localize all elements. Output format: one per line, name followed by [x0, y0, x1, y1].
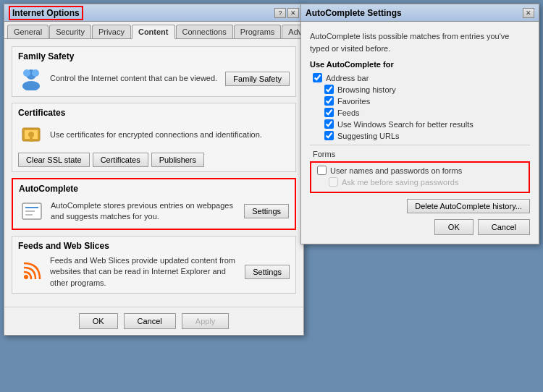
family-safety-text: Control the Internet content that can be…: [50, 73, 219, 84]
clear-ssl-button[interactable]: Clear SSL state: [18, 153, 90, 167]
ac-address-bar-checkbox[interactable]: [313, 73, 322, 82]
feeds-row: Feeds and Web Slices provide updated con…: [18, 255, 290, 289]
ac-cancel-button[interactable]: Cancel: [478, 219, 530, 235]
ac-favorites-item: Favorites: [310, 96, 530, 106]
feeds-text: Feeds and Web Slices provide updated con…: [50, 255, 239, 289]
tab-security[interactable]: Security: [49, 25, 91, 38]
family-safety-title: Family Safety: [18, 51, 290, 61]
ac-address-bar-label: Address bar: [326, 74, 369, 82]
ac-browsing-history-label: Browsing history: [337, 85, 396, 94]
ac-browsing-history-checkbox[interactable]: [324, 85, 334, 94]
svg-rect-7: [30, 137, 33, 142]
autocomplete-settings-button[interactable]: Settings: [244, 204, 289, 218]
ac-favorites-label: Favorites: [337, 97, 370, 106]
ok-button[interactable]: OK: [79, 313, 118, 329]
feeds-settings-button[interactable]: Settings: [245, 265, 290, 279]
svg-point-3: [32, 69, 39, 77]
apply-button[interactable]: Apply: [182, 313, 230, 329]
ac-askme-checkbox[interactable]: [329, 177, 338, 187]
ac-forms-label: Forms: [313, 150, 335, 158]
autocomplete-section: AutoComplete AutoComplete stores previou…: [12, 178, 296, 230]
ac-ok-button[interactable]: OK: [434, 219, 473, 235]
ac-usernames-label: User names and passwords on forms: [330, 166, 462, 175]
svg-point-1: [22, 81, 40, 90]
titlebar-buttons: ? ✕: [274, 8, 299, 18]
feeds-title: Feeds and Web Slices: [18, 241, 290, 251]
internet-options-footer: OK Cancel Apply: [4, 307, 303, 335]
internet-options-titlebar: Internet Options ? ✕: [4, 4, 303, 22]
internet-options-window: Internet Options ? ✕ General Security Pr…: [4, 4, 304, 336]
close-btn[interactable]: ✕: [287, 8, 299, 18]
tab-programs[interactable]: Programs: [234, 25, 282, 38]
family-safety-section: Family Safety Control the Internet conte…: [12, 46, 296, 97]
ac-feeds-item: Feeds: [310, 108, 530, 117]
ac-suggesting-urls-label: Suggesting URLs: [337, 132, 400, 140]
cert-buttons-row: Clear SSL state Certificates Publishers: [18, 153, 290, 167]
ac-windows-search-label: Use Windows Search for better results: [337, 120, 473, 129]
ac-close-btn[interactable]: ✕: [523, 8, 534, 18]
certificates-button[interactable]: Certificates: [93, 153, 148, 167]
ac-windows-search-item: Use Windows Search for better results: [310, 119, 530, 129]
ac-titlebar: AutoComplete Settings ✕: [301, 4, 539, 22]
svg-point-2: [23, 69, 30, 77]
ac-footer: OK Cancel: [310, 219, 530, 235]
feeds-section: Feeds and Web Slices Feeds and Web Slice…: [12, 236, 296, 294]
autocomplete-icon: [19, 198, 45, 224]
family-safety-row: Control the Internet content that can be…: [18, 66, 290, 92]
family-safety-button[interactable]: Family Safety: [225, 72, 290, 86]
autocomplete-text: AutoComplete stores previous entries on …: [51, 200, 238, 223]
delete-ac-history-button[interactable]: Delete AutoComplete history...: [407, 199, 530, 213]
ac-highlighted-section: User names and passwords on forms Ask me…: [310, 161, 530, 193]
ac-askme-label: Ask me before saving passwords: [342, 178, 458, 187]
certificates-icon: [18, 122, 44, 148]
ac-usernames-item: User names and passwords on forms: [314, 166, 526, 175]
ac-title: AutoComplete Settings: [306, 8, 402, 18]
ac-windows-search-checkbox[interactable]: [324, 119, 334, 129]
ac-forms-item: Forms: [310, 150, 530, 158]
ac-address-bar-item: Address bar: [310, 73, 530, 82]
ac-header-line1: AutoComplete lists possible matches from…: [310, 30, 530, 54]
svg-point-12: [24, 275, 28, 279]
tab-content[interactable]: Content: [132, 25, 175, 39]
tab-connections[interactable]: Connections: [176, 25, 233, 38]
ac-browsing-history-item: Browsing history: [310, 85, 530, 94]
publishers-button[interactable]: Publishers: [151, 153, 204, 167]
ac-titlebar-buttons: ✕: [523, 8, 534, 18]
ac-use-for-label: Use AutoComplete for: [310, 60, 530, 69]
ac-askme-item: Ask me before saving passwords: [314, 177, 526, 187]
autocomplete-title: AutoComplete: [19, 184, 289, 194]
ac-usernames-checkbox[interactable]: [317, 166, 327, 175]
ac-content: AutoComplete lists possible matches from…: [301, 22, 539, 244]
ac-suggesting-urls-checkbox[interactable]: [324, 131, 334, 140]
tab-privacy[interactable]: Privacy: [92, 25, 131, 38]
ac-suggesting-urls-item: Suggesting URLs: [310, 131, 530, 140]
ac-feeds-label: Feeds: [337, 108, 360, 117]
internet-options-title: Internet Options: [9, 6, 83, 20]
certificates-title: Certificates: [18, 108, 290, 118]
help-btn[interactable]: ?: [274, 8, 286, 18]
certificates-text: Use certificates for encrypted connectio…: [50, 129, 290, 140]
tab-general[interactable]: General: [7, 25, 49, 38]
tab-bar: General Security Privacy Content Connect…: [4, 22, 303, 39]
content-tab-panel: Family Safety Control the Internet conte…: [4, 39, 303, 307]
feeds-icon: [18, 259, 44, 285]
certificates-section: Certificates Use certificates for encryp…: [12, 103, 296, 172]
autocomplete-row: AutoComplete stores previous entries on …: [19, 198, 289, 224]
ac-delete-row: Delete AutoComplete history...: [310, 199, 530, 213]
ac-divider: [310, 145, 530, 145]
certificates-row: Use certificates for encrypted connectio…: [18, 122, 290, 148]
family-safety-icon: [18, 66, 44, 92]
ac-favorites-checkbox[interactable]: [324, 96, 334, 106]
svg-point-6: [28, 132, 34, 137]
autocomplete-settings-window: AutoComplete Settings ✕ AutoComplete lis…: [300, 4, 539, 244]
ac-feeds-checkbox[interactable]: [324, 108, 334, 117]
cancel-button[interactable]: Cancel: [124, 313, 176, 329]
